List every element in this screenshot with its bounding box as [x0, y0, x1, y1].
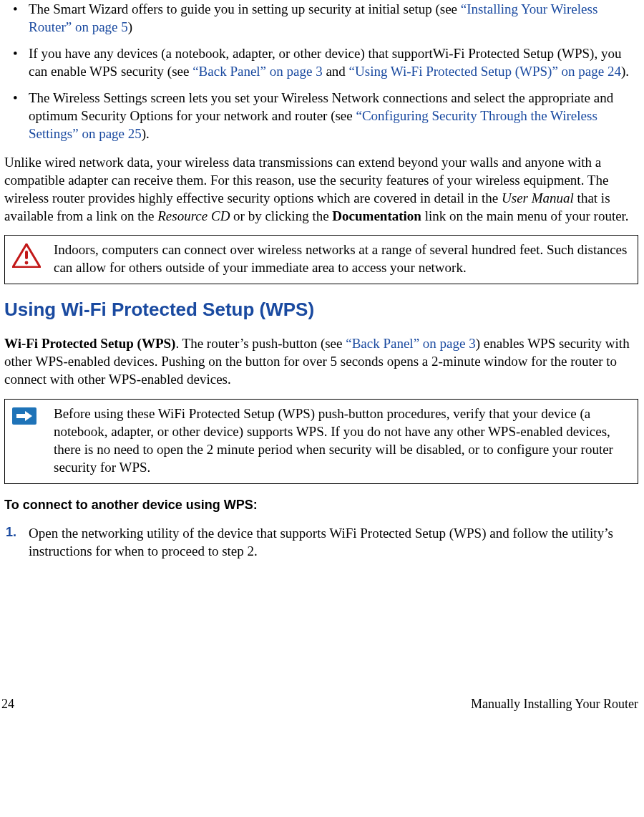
sub-heading-connect-wps: To connect to another device using WPS: — [4, 497, 638, 514]
list-item: • The Smart Wizard offers to guide you i… — [4, 0, 638, 36]
italic-user-manual: User Manual — [502, 190, 574, 206]
chapter-title: Manually Installing Your Router — [471, 696, 638, 713]
text: ). — [621, 64, 629, 79]
warning-callout: Indoors, computers can connect over wire… — [4, 235, 638, 284]
italic-resource-cd: Resource CD — [157, 208, 230, 223]
step-item: 1. Open the networking utility of the de… — [4, 524, 638, 560]
paragraph-security-overview: Unlike wired network data, your wireless… — [4, 153, 638, 225]
text: ) — [128, 19, 132, 34]
bold-wps: Wi-Fi Protected Setup (WPS) — [4, 336, 175, 351]
step-text: Open the networking utility of the devic… — [29, 524, 638, 560]
paragraph-wps: Wi-Fi Protected Setup (WPS). The router’… — [4, 334, 638, 388]
bullet-text: The Smart Wizard offers to guide you in … — [29, 0, 638, 36]
bullet-mark: • — [4, 44, 29, 62]
svg-marker-3 — [16, 411, 32, 421]
text: and — [323, 64, 349, 79]
link-back-panel[interactable]: “Back Panel” on page 3 — [192, 64, 322, 79]
link-back-panel-2[interactable]: “Back Panel” on page 3 — [346, 336, 475, 351]
text: or by clicking the — [230, 208, 332, 223]
bullet-mark: • — [4, 0, 29, 18]
page-number: 24 — [1, 696, 14, 713]
note-text: Before using these WiFi Protected Setup … — [54, 405, 630, 476]
warning-text: Indoors, computers can connect over wire… — [54, 241, 630, 276]
text: ). — [142, 126, 150, 141]
steps-list: 1. Open the networking utility of the de… — [4, 524, 638, 560]
text: The Smart Wizard offers to guide you in … — [29, 1, 461, 16]
bullet-text: If you have any devices (a notebook, ada… — [29, 44, 638, 80]
note-callout: Before using these WiFi Protected Setup … — [4, 399, 638, 484]
list-item: • If you have any devices (a notebook, a… — [4, 44, 638, 80]
text: . The router’s push-button (see — [175, 336, 346, 351]
svg-point-2 — [25, 261, 29, 264]
page-footer: 24 Manually Installing Your Router — [0, 696, 640, 717]
note-icon — [12, 405, 44, 425]
svg-rect-1 — [25, 251, 28, 259]
list-item: • The Wireless Settings screen lets you … — [4, 89, 638, 142]
link-using-wps[interactable]: “Using Wi-Fi Protected Setup (WPS)” on p… — [349, 64, 621, 79]
section-title-wps: Using Wi-Fi Protected Setup (WPS) — [4, 297, 638, 322]
bullet-list: • The Smart Wizard offers to guide you i… — [4, 0, 638, 143]
warning-icon — [12, 241, 44, 268]
bullet-text: The Wireless Settings screen lets you se… — [29, 89, 638, 142]
bold-documentation: Documentation — [332, 208, 421, 223]
text: link on the main menu of your router. — [421, 208, 629, 223]
bullet-mark: • — [4, 89, 29, 107]
step-number: 1. — [4, 524, 29, 541]
